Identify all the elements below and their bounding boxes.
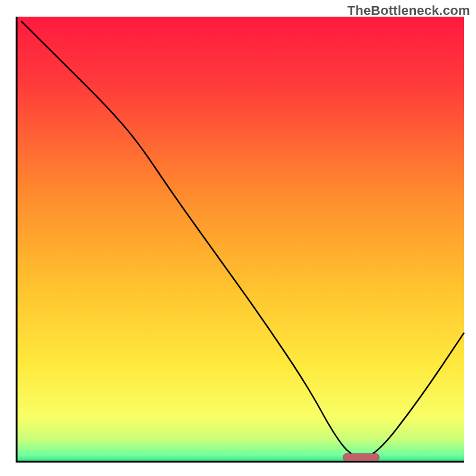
plot-svg xyxy=(0,0,476,476)
watermark-text: TheBottleneck.com xyxy=(347,3,470,18)
optimal-marker xyxy=(343,454,379,461)
bottleneck-chart: TheBottleneck.com xyxy=(0,0,476,476)
